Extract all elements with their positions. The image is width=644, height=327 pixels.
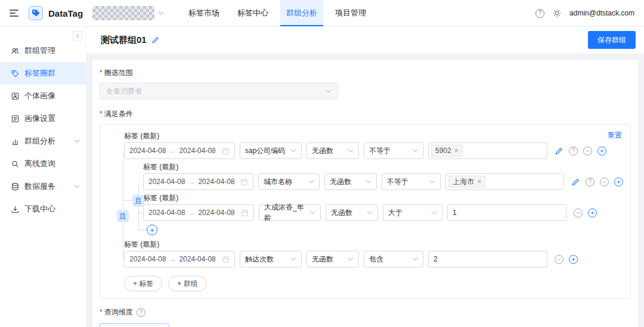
add-condition-icon[interactable]: + (588, 208, 597, 217)
menu-toggle-icon[interactable] (10, 10, 18, 17)
calendar-icon (222, 147, 230, 155)
select-value: 无函数 (312, 254, 333, 264)
function-select[interactable]: 无函数 (324, 173, 377, 190)
date-range-picker[interactable]: 2024-04-08 → 2024-04-08 (143, 173, 253, 190)
add-condition-icon[interactable]: + (569, 255, 578, 264)
date-from: 2024-04-08 (129, 147, 166, 155)
nav-tag-market[interactable]: 标签市场 (182, 0, 225, 26)
scope-select[interactable]: 全量消费者 (100, 83, 338, 99)
operator-select[interactable]: 不等于 (364, 142, 423, 159)
remove-condition-icon[interactable]: − (574, 208, 583, 217)
sidebar-item-group-analysis[interactable]: 群组分析 (0, 130, 86, 152)
function-select[interactable]: 无函数 (326, 204, 378, 221)
function-select[interactable]: 无函数 (306, 251, 359, 267)
add-tag-button[interactable]: + 标签 (124, 276, 162, 291)
tag-field-select[interactable]: 触达次数 (240, 251, 302, 267)
add-condition-to-group-icon[interactable]: + (147, 225, 157, 235)
brand-name: DataTag (48, 8, 83, 18)
select-value: 包含 (369, 254, 383, 264)
connector-line (138, 230, 147, 231)
gear-icon[interactable] (552, 8, 562, 18)
portrait-settings-icon (11, 114, 20, 123)
edit-condition-icon[interactable] (555, 147, 564, 155)
date-from: 2024-04-08 (148, 208, 185, 217)
help-icon[interactable]: ? (137, 308, 145, 317)
add-condition-icon[interactable]: + (614, 177, 623, 186)
sidebar-item-tag-cluster[interactable]: 标签圈群 (0, 62, 86, 85)
sidebar-item-portrait-settings[interactable]: 画像设置 (0, 107, 86, 130)
sidebar-item-label: 群组分析 (24, 136, 55, 147)
sidebar-item-individual-portrait[interactable]: 个体画像 (0, 85, 86, 107)
and-connector-badge[interactable]: 且 (117, 210, 129, 222)
tag-close-icon[interactable]: × (477, 178, 481, 185)
operator-select[interactable]: 不等于 (382, 173, 441, 190)
value-input[interactable] (447, 204, 566, 221)
and-connector-badge[interactable]: 且 (132, 195, 144, 207)
date-arrow-icon: → (188, 177, 195, 186)
required-asterisk: * (100, 110, 103, 118)
tag-field-select[interactable]: 城市名称 (258, 173, 320, 190)
date-range-picker[interactable]: 2024-04-08 → 2024-04-08 (124, 142, 235, 159)
sidebar-item-download-center[interactable]: 下载中心 (0, 198, 86, 220)
reset-link[interactable]: 重置 (608, 130, 622, 141)
sidebar-item-data-service[interactable]: 数据服务 (0, 175, 86, 198)
user-account[interactable]: admin@dtstack.com (569, 9, 634, 17)
condition-row: 标签 (最新) 2024-04-08 → 2024-04-08 大成浓香_年龄 … (143, 194, 623, 221)
value-input[interactable]: 上海市× (445, 173, 564, 190)
edit-title-icon[interactable] (151, 36, 160, 44)
select-value: 触达次数 (245, 254, 274, 264)
add-condition-row: + (147, 225, 623, 235)
data-service-icon (11, 182, 20, 191)
sidebar-item-group-manage[interactable]: 群组管理 (0, 39, 86, 62)
sidebar: 群组管理 标签圈群 个体画像 画像设置 群组分析 离线查询 (0, 26, 86, 327)
operator-select[interactable]: 包含 (364, 251, 423, 267)
date-arrow-icon: → (169, 255, 176, 263)
query-dimension-row: 选择查询标签 模板设置 (100, 323, 631, 327)
value-input[interactable]: 5902× (428, 142, 547, 159)
sidebar-collapse-icon[interactable] (73, 31, 82, 41)
help-icon[interactable]: ? (535, 9, 544, 18)
tag-field-select[interactable]: sap公司编码 (240, 142, 302, 159)
remove-condition-icon[interactable]: − (600, 177, 609, 186)
value-input[interactable] (428, 251, 547, 267)
condition-builder: 重置 且 且 标签 (最新) 2024-04-08 (100, 124, 631, 299)
date-range-picker[interactable]: 2024-04-08 → 2024-04-08 (143, 204, 254, 221)
select-query-tags-button[interactable]: 选择查询标签 (100, 323, 169, 327)
nav-project-manage[interactable]: 项目管理 (329, 0, 372, 26)
remove-condition-icon[interactable]: − (555, 255, 564, 264)
help-icon[interactable]: ? (569, 147, 578, 155)
chevron-down-icon (412, 149, 418, 152)
help-icon[interactable]: ? (586, 177, 595, 186)
sidebar-item-offline-query[interactable]: 离线查询 (0, 152, 86, 175)
sidebar-item-label: 群组管理 (24, 45, 55, 56)
save-group-button[interactable]: 保存群组 (588, 31, 636, 49)
group-config-card: *圈选范围 全量消费者 *满足条件 重置 且 (92, 60, 638, 327)
calendar-icon (241, 209, 249, 217)
add-group-button[interactable]: + 群组 (168, 276, 206, 291)
remove-condition-icon[interactable]: − (583, 147, 592, 155)
tag-close-icon[interactable]: × (454, 147, 459, 154)
date-to: 2024-04-08 (198, 208, 234, 217)
date-from: 2024-04-08 (148, 177, 185, 186)
tag-field-select[interactable]: 大成浓香_年龄 (259, 204, 321, 221)
function-select[interactable]: 无函数 (306, 142, 359, 159)
condition-row: 标签 (最新) 2024-04-08 → 2024-04-08 sap公司编码 … (124, 132, 623, 159)
date-range-picker[interactable]: 2024-04-08 → 2024-04-08 (124, 251, 235, 267)
chevron-down-icon (326, 89, 332, 93)
chevron-down-icon (74, 139, 80, 143)
select-value: 无函数 (330, 177, 351, 187)
sidebar-item-label: 画像设置 (24, 113, 55, 124)
select-value: 城市名称 (264, 177, 292, 187)
project-select[interactable] (92, 6, 164, 20)
operator-select[interactable]: 大于 (383, 204, 442, 221)
nav-group-analysis[interactable]: 群组分析 (280, 0, 323, 26)
sidebar-item-label: 数据服务 (24, 181, 55, 192)
select-value: 无函数 (312, 146, 333, 156)
chevron-down-icon (431, 211, 437, 214)
add-condition-icon[interactable]: + (597, 147, 606, 155)
edit-condition-icon[interactable] (571, 177, 580, 186)
nav-tag-center[interactable]: 标签中心 (231, 0, 274, 26)
select-value: 大成浓香_年龄 (264, 203, 309, 223)
required-asterisk: * (100, 68, 103, 77)
date-to: 2024-04-08 (198, 177, 234, 186)
